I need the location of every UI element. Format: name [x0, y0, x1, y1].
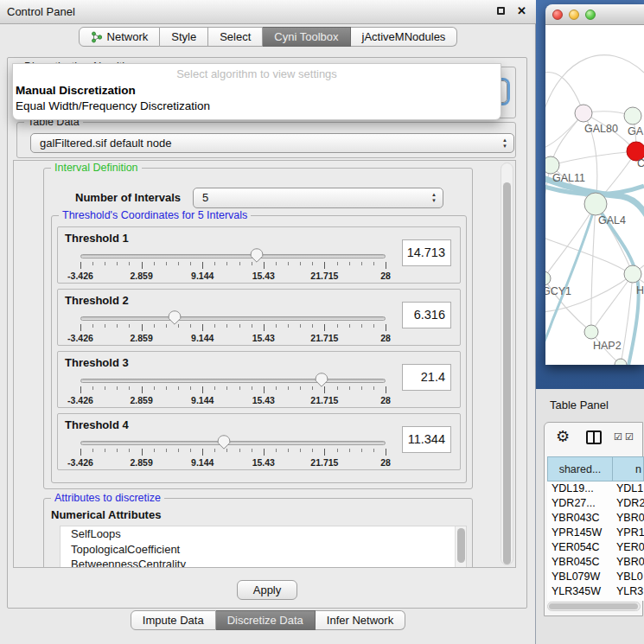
threshold-1-value-field[interactable]: 14.713	[402, 239, 451, 266]
float-panel-icon[interactable]	[497, 7, 505, 15]
cyni-toolbox-content: Discretization Algorithm Select algorith…	[7, 57, 527, 609]
apply-button[interactable]: Apply	[237, 580, 297, 600]
tab-jactivemnodules[interactable]: jActiveMNodules	[351, 27, 458, 47]
slider-tick	[92, 324, 93, 328]
checkbox-icon[interactable]: ☑	[614, 431, 622, 443]
column-header-shared-name[interactable]: shared...	[547, 456, 613, 481]
cell-name[interactable]: YLR3	[613, 584, 644, 599]
cell-name[interactable]: YBR0	[613, 555, 644, 570]
table-row[interactable]: YBR043CYBR0	[547, 511, 644, 526]
cell-name[interactable]: YER0	[613, 540, 644, 555]
cell-shared-name[interactable]: YDR27...	[547, 496, 613, 511]
tab-impute-data[interactable]: Impute Data	[131, 610, 216, 630]
tab-select[interactable]: Select	[208, 27, 263, 47]
number-of-intervals-select[interactable]: 5 ▲▼	[193, 188, 443, 208]
threshold-1-slider[interactable]: -3.4262.8599.14415.4321.71528	[80, 246, 386, 283]
mac-minimize-button[interactable]	[569, 10, 579, 20]
tab-infer-network[interactable]: Infer Network	[316, 610, 405, 630]
tick-label: 21.715	[310, 333, 338, 343]
gear-icon[interactable]: ⚙	[556, 427, 570, 446]
settings-scroll-area: Interval Definition Number of Intervals …	[13, 160, 516, 568]
attribute-list-item[interactable]: SelfLoops	[61, 526, 466, 542]
mac-zoom-button[interactable]	[585, 10, 596, 20]
group-title: Attributes to discretize	[51, 492, 164, 504]
cell-name[interactable]: YPR1	[613, 526, 644, 540]
network-node[interactable]	[584, 325, 598, 339]
network-window-titlebar[interactable]	[545, 4, 644, 25]
table-data-select[interactable]: galFiltered.sif default node ▲▼	[30, 133, 514, 153]
slider-track[interactable]	[80, 379, 386, 383]
numerical-attributes-list[interactable]: SelfLoopsTopologicalCoefficientBetweenne…	[60, 526, 467, 568]
thresholds-group: Threshold's Coordinates for 5 Intervals …	[51, 215, 467, 483]
table-row[interactable]: YBR045CYBR0	[547, 555, 644, 570]
network-node[interactable]	[545, 156, 559, 174]
cell-name[interactable]: YDL1	[613, 481, 644, 496]
table-row[interactable]: YDR27...YDR2	[547, 496, 644, 511]
slider-tick	[166, 262, 167, 265]
list-scrollbar[interactable]	[455, 526, 466, 568]
network-node[interactable]	[624, 265, 641, 283]
cell-shared-name[interactable]: YLR345W	[547, 584, 613, 599]
slider-tick	[154, 262, 155, 265]
mac-close-button[interactable]	[552, 10, 563, 20]
cell-name[interactable]: YBR0	[613, 511, 644, 526]
cell-shared-name[interactable]: YER054C	[547, 540, 613, 555]
node-label: GAL11	[552, 172, 585, 184]
network-node[interactable]	[584, 193, 607, 215]
attribute-list-item[interactable]: BetweennessCentrality	[61, 557, 466, 568]
slider-tick	[324, 262, 325, 269]
table-row[interactable]: YDL19...YDL1	[547, 481, 644, 496]
scrollbar-thumb[interactable]	[549, 603, 638, 609]
threshold-2-value-field[interactable]: 6.316	[402, 302, 451, 328]
dropdown-option-manual-discretization[interactable]: Manual Discretization	[16, 84, 136, 97]
cell-shared-name[interactable]: YDL19...	[547, 481, 613, 496]
threshold-2-slider[interactable]: -3.4262.8599.14415.4321.71528	[80, 309, 386, 345]
columns-icon[interactable]	[586, 430, 602, 444]
threshold-4-slider[interactable]: -3.4262.8599.14415.4321.71528	[80, 433, 386, 469]
threshold-3-value-field[interactable]: 21.4	[402, 364, 451, 391]
network-node[interactable]	[624, 107, 641, 124]
network-canvas[interactable]: GAL80GACGAL11GAL4GCY1HHAP2	[545, 25, 644, 365]
network-icon	[91, 31, 103, 43]
tab-style[interactable]: Style	[160, 27, 208, 47]
cell-shared-name[interactable]: YBR045C	[547, 555, 613, 570]
network-node[interactable]	[575, 105, 592, 122]
cell-shared-name[interactable]: YIL052C	[547, 599, 613, 601]
dropdown-hint: Select algorithm to view settings	[13, 67, 501, 80]
cell-shared-name[interactable]: YBR043C	[547, 511, 613, 526]
threshold-3-slider[interactable]: -3.4262.8599.14415.4321.71528	[80, 371, 386, 407]
table-row[interactable]: YIL052CYIL0	[547, 599, 644, 601]
threshold-label: Threshold 2	[65, 294, 129, 307]
slider-track[interactable]	[80, 316, 386, 321]
table-row[interactable]: YER054CYER0	[547, 540, 644, 555]
slider-handle[interactable]	[168, 310, 182, 325]
table-row[interactable]: YBL079WYBL0	[547, 570, 644, 584]
slider-tick	[349, 324, 350, 328]
threshold-4-value-field[interactable]: 11.344	[402, 426, 451, 453]
cell-shared-name[interactable]: YPR145W	[547, 526, 613, 540]
checkbox-icon[interactable]: ☑	[625, 431, 634, 443]
scrollbar-thumb[interactable]	[503, 182, 511, 564]
slider-handle[interactable]	[250, 248, 264, 263]
vertical-scrollbar[interactable]	[501, 163, 513, 565]
slider-handle[interactable]	[315, 373, 328, 387]
slider-track[interactable]	[80, 441, 386, 445]
tab-discretize-data[interactable]: Discretize Data	[216, 610, 316, 630]
column-header-name[interactable]: n	[613, 456, 644, 481]
attribute-list-item[interactable]: TopologicalCoefficient	[61, 542, 466, 558]
cell-name[interactable]: YIL0	[613, 599, 644, 601]
dropdown-option-equal-width-frequency[interactable]: Equal Width/Frequency Discretization	[16, 99, 210, 112]
horizontal-scrollbar[interactable]	[547, 602, 641, 611]
close-icon[interactable]: ✕	[517, 4, 526, 17]
slider-handle[interactable]	[217, 435, 231, 450]
tab-network[interactable]: Network	[79, 27, 161, 47]
network-node[interactable]	[545, 271, 551, 285]
cell-name[interactable]: YDR2	[613, 496, 644, 511]
tab-cyni-toolbox[interactable]: Cyni Toolbox	[263, 27, 350, 47]
slider-track[interactable]	[80, 254, 386, 258]
table-row[interactable]: YPR145WYPR1	[547, 526, 644, 540]
cell-shared-name[interactable]: YBL079W	[547, 570, 613, 584]
table-row[interactable]: YLR345WYLR3	[547, 584, 644, 599]
cell-name[interactable]: YBL0	[613, 570, 644, 584]
network-node[interactable]	[615, 359, 627, 365]
